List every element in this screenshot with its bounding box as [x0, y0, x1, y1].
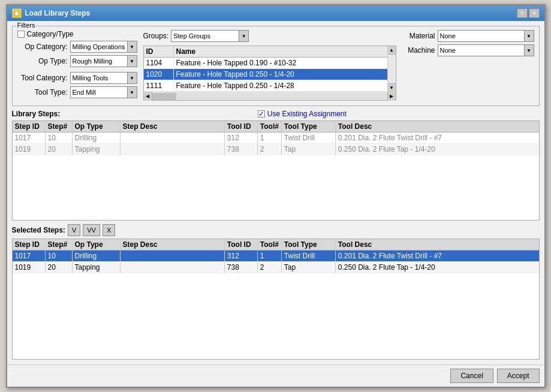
table-row[interactable]: 1019 20 Tapping 738 2 Tap 0.250 Dia. 2 F… [13, 262, 539, 273]
tool-type-value: End Mill [71, 89, 127, 96]
tool-desc: 0.250 Dia. 2 Flute Tap - 1/4-20 [336, 144, 539, 155]
dialog-content: Filters Category/Type Op Category: Milli… [7, 21, 544, 364]
table-row[interactable]: 1111 Feature - Hole Tapped 0.250 - 1/4-2… [144, 80, 387, 92]
move-all-down-btn[interactable]: VV [83, 224, 100, 236]
title-controls: ? ✕ [517, 8, 540, 18]
filters-label: Filters [16, 22, 37, 29]
col-name-header: Name [174, 46, 387, 57]
step-desc [121, 144, 225, 155]
category-type-label: Category/Type [27, 30, 74, 38]
op-type: Tapping [73, 144, 121, 155]
row-name: Feature - Hole Tapped 0.250 - 1/4-20 [174, 69, 387, 80]
col-step-header: Step# [46, 239, 73, 250]
row-id: 1104 [144, 58, 174, 68]
table-row[interactable]: 1104 Feature - Hole Tapped 0.190 - #10-3… [144, 58, 387, 69]
move-down-btn[interactable]: V [68, 224, 80, 236]
op-type-value: Rough Milling [71, 58, 127, 65]
op-type-combo[interactable]: Rough Milling ▼ [70, 55, 137, 67]
step-num: 10 [46, 251, 73, 261]
col-toolid-header: Tool ID [225, 121, 258, 132]
groups-table-scrollbar: ▲ ▼ [387, 46, 396, 92]
scroll-up-btn[interactable]: ▲ [388, 46, 396, 55]
selected-steps-table: Step ID Step# Op Type Step Desc Tool ID … [12, 239, 540, 360]
col-toolnum-header: Tool# [258, 239, 282, 250]
load-library-steps-dialog: 📋 Load Library Steps ? ✕ Filters Categor… [6, 4, 546, 388]
groups-dropdown-btn[interactable]: ▼ [239, 31, 248, 41]
tool-num: 1 [258, 132, 282, 143]
col-tooltype-header: Tool Type [282, 239, 336, 250]
op-category-dropdown-btn[interactable]: ▼ [127, 41, 137, 52]
machine-row: Machine None ▼ [402, 44, 534, 56]
table-row[interactable]: 1020 Feature - Hole Tapped 0.250 - 1/4-2… [144, 69, 387, 80]
hscroll-right-btn[interactable]: ▶ [387, 92, 396, 101]
hscroll-thumb [152, 93, 176, 100]
tool-id: 738 [225, 262, 258, 273]
col-optype-header: Op Type [73, 239, 121, 250]
selected-steps-title: Selected Steps: [12, 226, 65, 234]
step-id: 1017 [13, 251, 46, 261]
step-desc [121, 262, 225, 273]
groups-table-header: ID Name [144, 46, 387, 58]
groups-table-wrapper: ID Name 1104 Feature - Hole Tapped 0.190… [144, 46, 396, 92]
dialog-icon: 📋 [12, 8, 22, 18]
col-tooldesc-header: Tool Desc [336, 239, 539, 250]
accept-button[interactable]: Accept [497, 369, 540, 383]
groups-combo[interactable]: Step Groups ▼ [171, 30, 249, 42]
op-category-combo[interactable]: Milling Operations ▼ [70, 41, 137, 53]
op-type: Drilling [73, 251, 121, 261]
col-stepdesc-header: Step Desc [121, 121, 225, 132]
tool-type-dropdown-btn[interactable]: ▼ [127, 87, 137, 98]
material-dropdown-btn[interactable]: ▼ [524, 31, 534, 41]
dialog-footer: Cancel Accept [7, 364, 544, 387]
library-steps-title: Library Steps: [12, 110, 61, 118]
tool-num: 2 [258, 262, 282, 273]
use-existing-row: ✓ Use Existing Assignment [258, 110, 347, 118]
step-num: 20 [46, 262, 73, 273]
tool-type-label: Tool Type: [20, 88, 68, 97]
dialog-title: Load Library Steps [25, 9, 91, 17]
tool-category-dropdown-btn[interactable]: ▼ [127, 73, 137, 83]
op-category-row: Op Category: Milling Operations ▼ [20, 41, 137, 53]
op-type-dropdown-btn[interactable]: ▼ [127, 56, 137, 67]
tool-category-combo[interactable]: Milling Tools ▼ [70, 72, 137, 84]
table-row[interactable]: 1017 10 Drilling 312 1 Twist Drill 0.201… [13, 251, 539, 262]
machine-value: None [438, 47, 524, 54]
cancel-button[interactable]: Cancel [450, 369, 493, 383]
step-id: 1019 [13, 144, 46, 155]
table-row[interactable]: 1017 10 Drilling 312 1 Twist Drill 0.201… [13, 132, 539, 144]
groups-table-content: ID Name 1104 Feature - Hole Tapped 0.190… [144, 46, 387, 92]
col-stepid-header: Step ID [13, 121, 46, 132]
col-tooldesc-header: Tool Desc [336, 121, 539, 132]
row-id: 1020 [144, 69, 174, 80]
help-button[interactable]: ? [517, 8, 528, 18]
remove-btn[interactable]: X [103, 224, 115, 236]
machine-dropdown-btn[interactable]: ▼ [524, 45, 534, 56]
title-bar-left: 📋 Load Library Steps [12, 8, 91, 18]
tool-type-combo[interactable]: End Mill ▼ [70, 86, 137, 98]
material-combo[interactable]: None ▼ [438, 30, 534, 42]
category-type-checkbox[interactable] [17, 31, 25, 38]
step-num: 10 [46, 132, 73, 143]
step-id: 1019 [13, 262, 46, 273]
groups-dropdown-table: ID Name 1104 Feature - Hole Tapped 0.190… [143, 46, 396, 101]
scroll-down-btn[interactable]: ▼ [388, 83, 396, 92]
filters-right: Material None ▼ Machine None ▼ [402, 30, 534, 101]
machine-combo[interactable]: None ▼ [438, 44, 534, 56]
op-type-row: Op Type: Rough Milling ▼ [20, 55, 137, 67]
hscroll-bar: ◀ ▶ [144, 92, 396, 100]
selected-header: Selected Steps: V VV X [12, 224, 540, 236]
tool-type: Tap [282, 262, 336, 273]
use-existing-checkbox[interactable]: ✓ [258, 110, 265, 117]
step-desc [121, 251, 225, 261]
table-row[interactable]: 1019 20 Tapping 738 2 Tap 0.250 Dia. 2 F… [13, 144, 539, 155]
hscroll-track [152, 93, 387, 100]
close-button[interactable]: ✕ [529, 8, 540, 18]
use-existing-label: Use Existing Assignment [267, 110, 347, 118]
row-name: Feature - Hole Tapped 0.190 - #10-32 [174, 58, 387, 68]
machine-label: Machine [402, 46, 435, 55]
sections-container: Library Steps: ✓ Use Existing Assignment… [12, 110, 540, 360]
col-id-header: ID [144, 46, 174, 57]
tool-id: 312 [225, 132, 258, 143]
col-step-header: Step# [46, 121, 73, 132]
hscroll-left-btn[interactable]: ◀ [144, 92, 152, 101]
